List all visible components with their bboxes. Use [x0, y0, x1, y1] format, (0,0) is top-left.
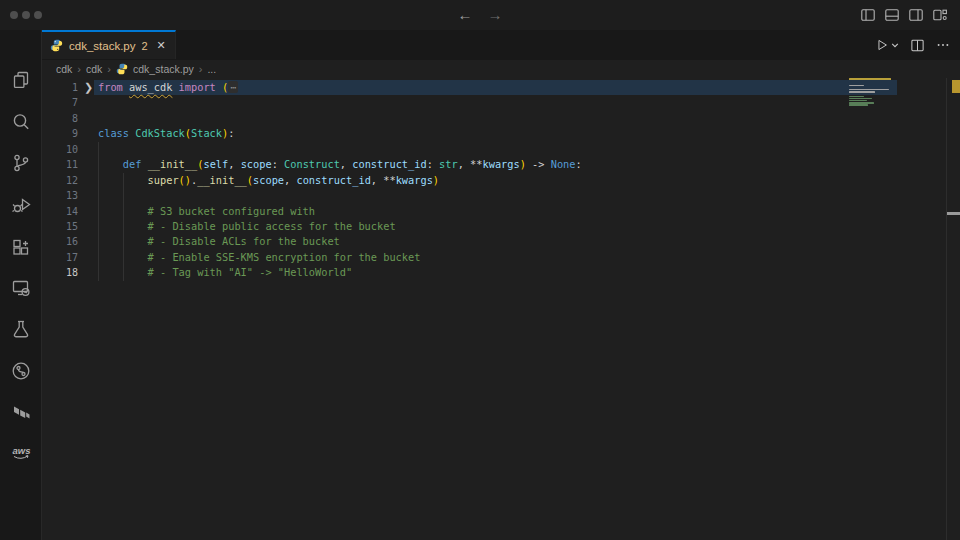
- line-number: 9: [42, 126, 78, 141]
- code-text: # - Disable ACLs for the bucket: [98, 234, 340, 249]
- python-file-icon: [116, 63, 128, 75]
- activity-bar: aws: [0, 30, 42, 540]
- code-line-17[interactable]: 17 # - Enable SSE-KMS encryption for the…: [42, 250, 960, 265]
- line-number: 10: [42, 142, 78, 157]
- explorer-icon[interactable]: [10, 69, 32, 91]
- tab-label: cdk_stack.py: [69, 40, 135, 52]
- ruler-marker: [952, 80, 960, 93]
- minimap[interactable]: [847, 78, 897, 540]
- history-nav: ← →: [456, 4, 504, 26]
- tab-bar: cdk_stack.py 2 ✕: [42, 30, 960, 61]
- breadcrumb-symbol[interactable]: ...: [207, 63, 216, 75]
- code-line-9[interactable]: 9class CdkStack(Stack):: [42, 126, 960, 141]
- line-number: 15: [42, 219, 78, 234]
- window-minimize-button[interactable]: [22, 11, 30, 19]
- testing-beaker-icon[interactable]: [10, 318, 32, 340]
- fold-chevron-icon[interactable]: ❯: [84, 80, 93, 95]
- line-number: 1: [42, 80, 78, 95]
- breadcrumb-separator: ›: [199, 63, 203, 75]
- svg-text:aws: aws: [13, 445, 31, 456]
- line-number: 12: [42, 173, 78, 188]
- line-number: 8: [42, 111, 78, 126]
- minimap-line: [849, 96, 864, 98]
- code-line-14[interactable]: 14 # S3 bucket configured with: [42, 204, 960, 219]
- code-line-13[interactable]: 13: [42, 188, 960, 203]
- line-number: 13: [42, 188, 78, 203]
- indent-guide: [98, 142, 99, 157]
- code-text: class CdkStack(Stack):: [98, 126, 234, 141]
- code-line-18[interactable]: 18 # - Tag with "AI" -> "HelloWorld": [42, 265, 960, 280]
- search-icon[interactable]: [10, 111, 32, 133]
- terraform-icon[interactable]: [10, 402, 32, 424]
- tab-close-icon[interactable]: ✕: [157, 39, 166, 52]
- source-control-icon[interactable]: [10, 152, 32, 174]
- code-line-11[interactable]: 11 def __init__(self, scope: Construct, …: [42, 157, 960, 172]
- tab-problems-badge: 2: [141, 40, 147, 52]
- git-graph-icon[interactable]: [10, 360, 32, 382]
- title-bar: ← →: [0, 0, 960, 31]
- line-number: 11: [42, 157, 78, 172]
- split-editor-icon[interactable]: [910, 38, 925, 53]
- tab-cdk-stack[interactable]: cdk_stack.py 2 ✕: [42, 30, 176, 59]
- go-back-icon[interactable]: ←: [456, 4, 474, 26]
- run-dropdown-icon: [891, 41, 899, 49]
- code-text: # - Enable SSE-KMS encryption for the bu…: [98, 250, 420, 265]
- line-number: 7: [42, 95, 78, 110]
- code-line-10[interactable]: 10: [42, 142, 960, 157]
- indent-guide: [123, 188, 124, 203]
- code-line-16[interactable]: 16 # - Disable ACLs for the bucket: [42, 234, 960, 249]
- overview-ruler[interactable]: [946, 78, 960, 540]
- breadcrumb-separator: ›: [77, 63, 81, 75]
- code-text: # S3 bucket configured with: [98, 204, 315, 219]
- minimap-line: [849, 85, 864, 87]
- toggle-panel-bottom-icon[interactable]: [884, 7, 900, 23]
- breadcrumb: cdk › cdk › cdk_stack.py › ...: [42, 60, 960, 78]
- breadcrumb-folder[interactable]: cdk: [86, 63, 102, 75]
- code-line-12[interactable]: 12 super().__init__(scope, construct_id,…: [42, 173, 960, 188]
- code-line-15[interactable]: 15 # - Disable public access for the buc…: [42, 219, 960, 234]
- code-editor[interactable]: 1❯from aws_cdk import (⋯789class CdkStac…: [42, 78, 960, 540]
- toggle-sidebar-left-icon[interactable]: [860, 7, 876, 23]
- breadcrumb-separator: ›: [107, 63, 111, 75]
- line-number: 18: [42, 265, 78, 280]
- code-text: from aws_cdk import (⋯: [98, 80, 238, 95]
- ruler-marker: [947, 212, 960, 215]
- line-number: 17: [42, 250, 78, 265]
- customize-layout-icon[interactable]: [932, 7, 948, 23]
- code-line-8[interactable]: 8: [42, 111, 960, 126]
- code-text: def __init__(self, scope: Construct, con…: [98, 157, 582, 172]
- run-python-file-button[interactable]: [875, 38, 899, 52]
- code-lines: 1❯from aws_cdk import (⋯789class CdkStac…: [42, 80, 960, 281]
- window-close-button[interactable]: [10, 11, 18, 19]
- vscode-window: ← →: [0, 0, 960, 540]
- line-number: 16: [42, 234, 78, 249]
- code-text: # - Tag with "AI" -> "HelloWorld": [98, 265, 352, 280]
- python-file-icon: [50, 39, 63, 52]
- go-forward-icon[interactable]: →: [486, 4, 504, 26]
- line-number: 14: [42, 204, 78, 219]
- code-line-7[interactable]: 7: [42, 95, 960, 110]
- minimap-line: [849, 91, 875, 93]
- run-and-debug-icon[interactable]: [10, 194, 32, 216]
- extensions-icon[interactable]: [10, 236, 32, 258]
- minimap-line: [849, 104, 868, 106]
- code-text: super().__init__(scope, construct_id, **…: [98, 173, 439, 188]
- aws-toolkit-icon[interactable]: aws: [10, 442, 32, 464]
- remote-explorer-icon[interactable]: [10, 277, 32, 299]
- code-text: # - Disable public access for the bucket: [98, 219, 396, 234]
- window-controls: [10, 11, 42, 19]
- code-line-1[interactable]: 1❯from aws_cdk import (⋯: [42, 80, 960, 95]
- breadcrumb-file[interactable]: cdk_stack.py: [133, 63, 194, 75]
- indent-guide: [98, 188, 99, 203]
- breadcrumb-folder[interactable]: cdk: [56, 63, 72, 75]
- minimap-line: [849, 78, 891, 80]
- minimap-line: [849, 98, 872, 100]
- toggle-sidebar-right-icon[interactable]: [908, 7, 924, 23]
- more-actions-icon[interactable]: [936, 38, 950, 52]
- window-zoom-button[interactable]: [34, 11, 42, 19]
